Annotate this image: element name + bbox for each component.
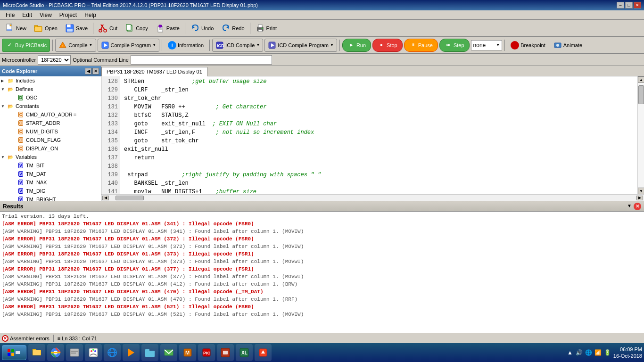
num-digits-arrow [11,130,17,134]
new-button[interactable]: New [2,22,30,35]
tray-arrow-icon[interactable]: ▲ [566,349,574,356]
paste-button[interactable]: Paste [152,22,183,35]
tm-nak-arrow [11,181,17,185]
taskbar-pic-icon[interactable]: PIC [198,344,215,361]
close-button[interactable]: ✕ [634,2,641,8]
taskbar-files-icon[interactable] [66,344,83,361]
taskbar-email-icon[interactable] [160,344,177,361]
results-dropdown-button[interactable]: ▼ [626,203,633,209]
results-close-button[interactable]: ✕ [634,203,641,210]
stop-button[interactable]: ■ Stop [372,39,403,52]
print-label: Print [266,25,277,31]
editor-tab-main[interactable]: PBP31 18F2620 TM1637 LED Display 01 [101,67,207,76]
tree-item-includes[interactable]: ▶ 📁 Includes [0,76,101,85]
tree-item-colon-flag[interactable]: C COLON_FLAG [0,136,101,144]
tray-speaker-icon[interactable]: 🔊 [576,349,583,356]
cmd-auto-addr-scrollmark: ≡ [74,112,76,117]
scroll-up-button[interactable]: ▲ [638,76,644,83]
tree-item-tm-dat[interactable]: V TM_DAT [0,170,101,178]
tree-container[interactable]: ▶ 📁 Includes ▼ 📂 Defines D OSC ▼ 📂 Const… [0,76,101,201]
print-button[interactable]: Print [252,22,281,35]
tree-item-display-on[interactable]: C DISPLAY_ON [0,144,101,153]
compile-button[interactable]: ! Compile ▼ [55,39,96,52]
tm-nak-label: TM_NAK [26,180,47,185]
h-scroll-right[interactable]: ▶ [636,196,643,200]
taskbar-paint-icon[interactable] [85,344,102,361]
none-dropdown[interactable]: none ▼ [471,40,503,50]
includes-arrow: ▶ [1,79,7,83]
open-button[interactable]: Open [31,22,61,35]
results-content[interactable]: Trial version. 13 days left. [ASM ERROR]… [0,212,644,333]
titlebar-controls: – □ ✕ [617,2,641,8]
undo-label: Undo [201,25,214,31]
tree-item-variables[interactable]: ▼ 📂 Variables [0,153,101,161]
h-scroll-thumb[interactable] [116,196,144,200]
tree-item-osc[interactable]: D OSC [0,93,101,102]
compile-program-button[interactable]: Compile Program ▼ [98,39,160,52]
svg-rect-39 [8,353,10,356]
taskbar-ie-icon[interactable] [104,344,121,361]
scroll-thumb[interactable] [638,85,644,104]
microcontroller-select[interactable]: 18F2620 [38,55,71,65]
taskbar-media-icon[interactable] [123,344,140,361]
maximize-button[interactable]: □ [625,2,633,8]
minimize-button[interactable]: – [617,2,624,8]
menu-edit[interactable]: Edit [18,11,36,19]
menu-view[interactable]: View [36,11,56,19]
code-content[interactable]: 128 129 130 131 132 133 134 135 136 137 … [101,76,644,194]
breakpoint-button[interactable]: Breakpoint [507,39,549,52]
scrollbar-right[interactable]: ▲ ▼ [637,76,644,194]
buy-icon: ✓ [5,41,14,49]
tree-item-cmd-auto-addr[interactable]: C CMD_AUTO_ADDR ≡ [0,110,101,119]
animate-button[interactable]: Animate [550,39,586,52]
taskbar-excel-icon[interactable]: XL [236,344,253,361]
tree-item-tm-nak[interactable]: V TM_NAK [0,178,101,187]
information-button[interactable]: i Information [165,39,207,52]
scroll-down-button[interactable]: ▼ [638,188,644,194]
save-button[interactable]: Save [62,22,91,35]
tree-item-tm-dig[interactable]: V TM_DIG [0,187,101,195]
h-scroll-left[interactable]: ◀ [102,196,109,200]
undo-button[interactable]: Undo [187,22,217,35]
copy-button[interactable]: Copy [122,22,151,35]
h-scrollbar[interactable]: ◀ ▶ [101,194,644,201]
cut-button[interactable]: Cut [95,22,121,35]
explorer-pin-button[interactable]: ◀ [85,68,91,74]
tree-item-constants[interactable]: ▼ 📂 Constants [0,102,101,110]
tree-item-start-addr[interactable]: C START_ADDR [0,119,101,127]
code-text[interactable]: STRlen ;get buffer usage size CLRF _str_… [120,76,637,194]
compile-label: Compile [68,42,87,48]
result-line-10: [ASM ERROR] PBP31 18F2620 TM1637 LED DIS… [2,288,642,296]
buy-picbasic-button[interactable]: ✓ Buy PICBasic [2,39,50,52]
tree-item-tm-bit[interactable]: V TM_BIT [0,161,101,170]
tree-item-num-digits[interactable]: C NUM_DIGITS [0,127,101,136]
menu-project[interactable]: Project [56,11,81,19]
taskbar-chrome-icon[interactable] [47,344,64,361]
icd-compile-button[interactable]: ICD ICD Compile ▼ [212,39,263,52]
tm-bit-label: TM_BIT [26,163,44,168]
taskbar-app2-icon[interactable]: M [179,344,196,361]
taskbar-app3-icon[interactable] [255,344,272,361]
run-button[interactable]: ▶ Run [342,39,371,52]
step-button[interactable]: ⏭ Step [439,39,470,52]
start-button[interactable] [2,345,26,360]
tray-signal-icon[interactable]: 📶 [594,349,602,356]
explorer-close-button[interactable]: ✕ [92,68,99,74]
tray-network-icon[interactable]: 🌐 [585,349,593,356]
taskbar-folder-icon[interactable] [141,344,158,361]
menu-file[interactable]: File [2,11,18,19]
taskbar-debug-icon[interactable] [217,344,234,361]
separator-t2-2 [162,40,162,51]
pause-button[interactable]: ⏸ Pause [404,39,438,52]
icd-compile-program-button[interactable]: ICD Compile Program ▼ [264,39,337,52]
compile-program-label: Compile Program [111,42,151,48]
redo-button[interactable]: Redo [218,22,248,35]
tree-item-tm-bright[interactable]: V TM_BRIGHT [0,195,101,201]
display-on-icon: C [17,145,25,152]
taskbar-explorer-icon[interactable] [28,344,45,361]
stop-label: Stop [387,42,397,48]
command-line-input[interactable] [131,55,272,65]
menu-help[interactable]: Help [81,11,100,19]
status-separator [53,335,54,342]
tree-item-defines[interactable]: ▼ 📂 Defines [0,85,101,93]
